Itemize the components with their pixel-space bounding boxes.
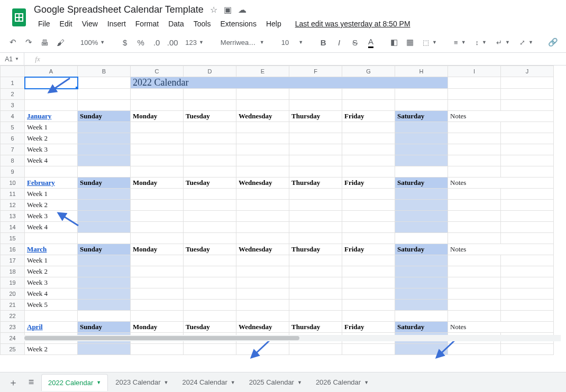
cell[interactable] [501, 288, 554, 300]
cell[interactable]: Week 4 [25, 155, 78, 166]
increase-decimal-button[interactable]: .00 [166, 35, 179, 49]
cell[interactable]: Sunday [78, 178, 131, 189]
all-sheets-button[interactable]: ≡ [23, 375, 39, 390]
add-sheet-button[interactable]: ＋ [5, 375, 21, 390]
cell[interactable] [395, 277, 448, 288]
row-header[interactable]: 13 [1, 211, 25, 222]
redo-button[interactable]: ↷ [22, 35, 35, 49]
cell[interactable] [236, 200, 289, 211]
column-header[interactable]: J [501, 66, 554, 77]
cell[interactable] [342, 266, 395, 277]
cell[interactable] [289, 144, 342, 155]
cell[interactable] [236, 344, 289, 355]
cell[interactable] [289, 122, 342, 133]
cell[interactable] [131, 344, 184, 355]
cell[interactable] [395, 100, 448, 111]
cell[interactable] [184, 222, 236, 233]
column-header[interactable]: I [448, 66, 501, 77]
cell[interactable] [342, 189, 395, 200]
font-family-select[interactable]: Merriweath…▼ [217, 35, 268, 49]
cell[interactable]: Saturday [395, 178, 448, 189]
cell[interactable]: Wednesday [236, 244, 289, 255]
cell[interactable] [236, 211, 289, 222]
cell[interactable]: Friday [342, 111, 395, 122]
cell[interactable] [184, 233, 236, 244]
cell[interactable] [236, 122, 289, 133]
cell[interactable] [342, 288, 395, 300]
cell[interactable] [236, 255, 289, 266]
menu-view[interactable]: View [78, 17, 102, 30]
cell[interactable] [184, 300, 236, 311]
rotate-button[interactable]: ⤢▼ [516, 35, 536, 49]
cell[interactable] [448, 155, 501, 166]
column-header[interactable]: F [289, 66, 342, 77]
row-header[interactable]: 17 [1, 255, 25, 266]
sheet-tab[interactable]: 2023 Calendar▼ [109, 374, 175, 391]
cell[interactable]: Sunday [78, 111, 131, 122]
cell[interactable] [448, 300, 501, 311]
cell[interactable] [448, 255, 501, 266]
cell[interactable] [289, 100, 342, 111]
cell[interactable]: Notes [448, 244, 554, 255]
row-header[interactable]: 7 [1, 144, 25, 155]
cell[interactable] [501, 166, 554, 178]
cell[interactable] [501, 311, 554, 322]
print-button[interactable]: 🖶 [38, 35, 51, 49]
cell[interactable]: Week 4 [25, 222, 78, 233]
cell[interactable] [501, 89, 554, 100]
cell[interactable] [289, 288, 342, 300]
cell[interactable] [289, 255, 342, 266]
cell[interactable] [289, 311, 342, 322]
cell[interactable]: Week 3 [25, 144, 78, 155]
cell[interactable] [236, 100, 289, 111]
row-header[interactable]: 10 [1, 178, 25, 189]
cell[interactable] [448, 122, 501, 133]
cell[interactable] [131, 144, 184, 155]
cell[interactable] [131, 122, 184, 133]
cell[interactable]: Friday [342, 322, 395, 333]
cell[interactable] [342, 122, 395, 133]
cell[interactable]: January [25, 111, 78, 122]
cell[interactable]: Notes [448, 111, 554, 122]
row-header[interactable]: 1 [1, 77, 25, 89]
italic-button[interactable]: I [333, 35, 345, 49]
cell[interactable] [78, 311, 131, 322]
cell[interactable] [342, 344, 395, 355]
cell[interactable] [395, 89, 448, 100]
cell[interactable] [395, 255, 448, 266]
cell[interactable] [501, 77, 554, 89]
cell[interactable] [289, 133, 342, 144]
cell[interactable] [501, 133, 554, 144]
cell[interactable] [236, 311, 289, 322]
cell[interactable] [501, 266, 554, 277]
row-header[interactable]: 20 [1, 288, 25, 300]
cell[interactable] [131, 311, 184, 322]
cell[interactable] [184, 344, 236, 355]
column-header[interactable]: A [25, 66, 78, 77]
cell[interactable]: Week 1 [25, 189, 78, 200]
cell[interactable] [448, 89, 501, 100]
row-header[interactable]: 14 [1, 222, 25, 233]
cell[interactable] [342, 89, 395, 100]
cell[interactable]: Week 3 [25, 211, 78, 222]
cell[interactable]: Monday [131, 111, 184, 122]
currency-button[interactable]: $ [118, 35, 131, 49]
menu-format[interactable]: Format [131, 17, 163, 30]
cell[interactable] [131, 100, 184, 111]
cell[interactable] [289, 277, 342, 288]
cell[interactable] [342, 133, 395, 144]
cell[interactable] [448, 211, 501, 222]
cell[interactable] [342, 255, 395, 266]
cell[interactable]: Monday [131, 178, 184, 189]
name-box[interactable]: A1▼ [0, 53, 24, 65]
cell[interactable] [78, 300, 131, 311]
cell[interactable]: Saturday [395, 322, 448, 333]
cell[interactable] [78, 89, 131, 100]
cell[interactable] [78, 266, 131, 277]
cell[interactable] [342, 166, 395, 178]
cell[interactable] [131, 133, 184, 144]
cell[interactable] [236, 155, 289, 166]
cell[interactable]: Tuesday [184, 111, 236, 122]
cell[interactable]: Notes [448, 322, 554, 333]
cell[interactable] [342, 155, 395, 166]
